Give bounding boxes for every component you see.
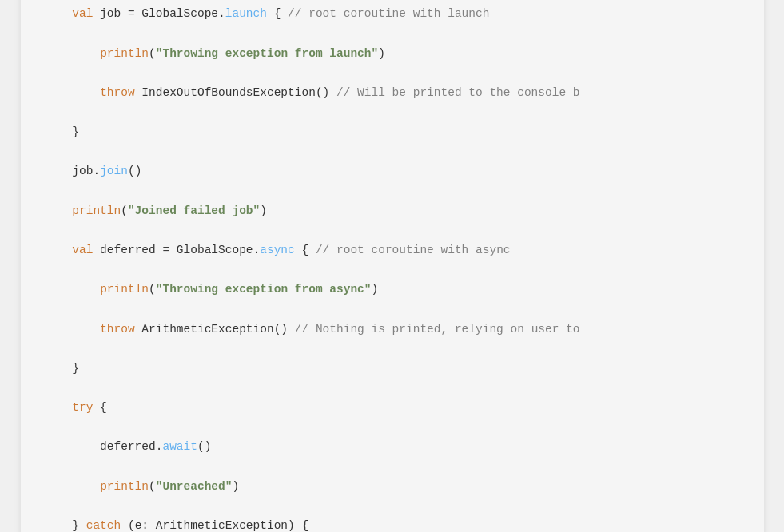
code-block: import kotlinx.coroutines.* @OptIn(Delic…: [45, 0, 740, 532]
code-card: ⧉ import kotlinx.coroutines.* @OptIn(Del…: [21, 0, 764, 532]
